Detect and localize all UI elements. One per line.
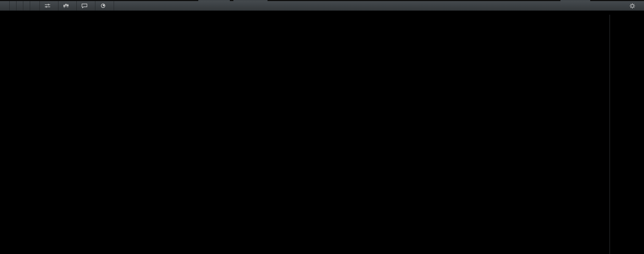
range-24-tage-button[interactable] <box>30 1 40 10</box>
chart-toolbar <box>0 1 644 11</box>
trading-chart-app: { "toolbar": { "items": [ {"id":"timefra… <box>0 0 644 254</box>
timeframe-4h-button[interactable] <box>0 1 10 10</box>
timeframe-5m-button[interactable] <box>10 1 16 10</box>
forum-button[interactable] <box>77 1 95 10</box>
toolbar-spacer <box>114 1 624 10</box>
y-axis-price-column[interactable] <box>610 15 644 254</box>
indicator-icon <box>63 3 69 9</box>
timeframe-30m-button[interactable] <box>16 1 23 10</box>
einstellungen-button[interactable] <box>624 1 644 10</box>
speech-bubble-icon <box>81 3 87 9</box>
sliders-icon <box>44 3 51 8</box>
mittel-button[interactable] <box>58 1 77 10</box>
eye-icon <box>100 3 106 8</box>
timeframe-1std-button[interactable] <box>23 1 30 10</box>
voreinstellungen-button[interactable] <box>40 1 58 10</box>
x-axis-date-row[interactable] <box>0 10 610 15</box>
price-chart-canvas[interactable] <box>0 0 644 254</box>
verwandte-button[interactable] <box>95 1 114 10</box>
gear-icon <box>629 3 635 9</box>
